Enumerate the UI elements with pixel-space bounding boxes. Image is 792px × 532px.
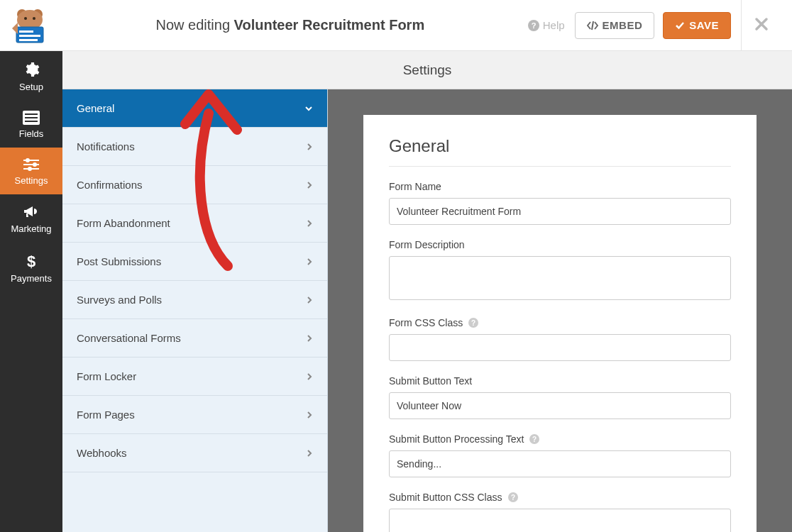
bullhorn-icon xyxy=(23,204,40,220)
sidebar-item-fields[interactable]: Fields xyxy=(0,101,62,148)
page-title: Now editing Volunteer Recruitment Form xyxy=(53,17,528,33)
settings-nav-confirmations[interactable]: Confirmations xyxy=(62,166,327,204)
label-submit-text: Submit Button Text xyxy=(389,375,731,387)
svg-rect-15 xyxy=(25,113,38,115)
chevron-right-icon xyxy=(306,143,313,151)
field-form-css-class: Form CSS Class ? xyxy=(389,317,731,361)
label-form-name: Form Name xyxy=(389,181,731,192)
save-button[interactable]: SAVE xyxy=(663,12,731,39)
svg-point-19 xyxy=(26,158,30,162)
close-button[interactable] xyxy=(754,17,769,34)
settings-nav-webhooks[interactable]: Webhooks xyxy=(62,434,327,472)
svg-text:?: ? xyxy=(471,319,475,327)
input-submit-processing[interactable] xyxy=(389,450,731,477)
sidebar-item-marketing[interactable]: Marketing xyxy=(0,194,62,243)
help-link[interactable]: ? Help xyxy=(528,19,565,31)
sidebar-item-setup[interactable]: Setup xyxy=(0,51,62,101)
settings-nav-conversational[interactable]: Conversational Forms xyxy=(62,319,327,358)
settings-nav-abandonment[interactable]: Form Abandonment xyxy=(62,204,327,243)
svg-point-23 xyxy=(28,167,32,171)
label-submit-processing: Submit Button Processing Text ? xyxy=(389,433,731,445)
settings-nav-label: Notifications xyxy=(77,140,135,153)
main-area: Settings General Notifications Confirmat… xyxy=(62,51,792,532)
gear-icon xyxy=(23,61,40,78)
code-icon xyxy=(587,21,598,31)
editing-prefix: Now editing xyxy=(156,17,234,33)
settings-nav-label: Form Pages xyxy=(77,409,135,421)
svg-text:$: $ xyxy=(27,253,35,270)
svg-text:?: ? xyxy=(532,436,537,443)
help-tooltip-icon[interactable]: ? xyxy=(529,434,539,444)
settings-nav-label: General xyxy=(77,102,114,114)
field-submit-processing: Submit Button Processing Text ? xyxy=(389,433,731,477)
label-form-css-class: Form CSS Class ? xyxy=(389,317,731,328)
settings-nav-general[interactable]: General xyxy=(62,89,327,128)
list-icon xyxy=(23,111,40,125)
field-form-description: Form Description xyxy=(389,239,731,303)
svg-rect-7 xyxy=(19,35,40,37)
sidebar-label-payments: Payments xyxy=(11,273,52,284)
chevron-right-icon xyxy=(306,181,313,189)
input-form-description[interactable] xyxy=(389,256,731,300)
label-text: Submit Button Processing Text xyxy=(389,433,524,445)
topbar: Now editing Volunteer Recruitment Form ?… xyxy=(0,0,792,51)
dollar-icon: $ xyxy=(26,253,37,270)
help-icon: ? xyxy=(528,20,539,31)
sidebar-label-settings: Settings xyxy=(15,175,48,186)
chevron-right-icon xyxy=(306,411,313,419)
label-form-description: Form Description xyxy=(389,239,731,250)
svg-line-11 xyxy=(592,21,593,30)
field-submit-css-class: Submit Button CSS Class ? xyxy=(389,492,731,532)
sidebar-item-settings[interactable]: Settings xyxy=(0,148,62,194)
close-wrap xyxy=(741,0,781,51)
svg-point-3 xyxy=(24,17,27,20)
settings-nav-notifications[interactable]: Notifications xyxy=(62,128,327,166)
close-icon xyxy=(754,17,769,31)
settings-nav-surveys[interactable]: Surveys and Polls xyxy=(62,281,327,319)
svg-text:?: ? xyxy=(510,494,515,501)
sidebar-label-setup: Setup xyxy=(19,82,43,92)
chevron-right-icon xyxy=(306,219,313,228)
sliders-icon xyxy=(22,157,40,172)
chevron-right-icon xyxy=(306,334,313,343)
svg-point-4 xyxy=(33,17,35,20)
help-tooltip-icon[interactable]: ? xyxy=(468,318,478,328)
label-text: Form CSS Class xyxy=(389,317,463,328)
input-form-css-class[interactable] xyxy=(389,334,731,361)
workspace: Setup Fields Settings xyxy=(0,51,792,532)
main-header-label: Settings xyxy=(403,62,452,78)
general-card: General Form Name Form Description Form … xyxy=(363,115,757,532)
label-text: Submit Button CSS Class xyxy=(389,492,502,503)
svg-rect-6 xyxy=(19,31,33,33)
sidebar-item-payments[interactable]: $ Payments xyxy=(0,243,62,292)
primary-sidebar: Setup Fields Settings xyxy=(0,51,62,532)
label-submit-css-class: Submit Button CSS Class ? xyxy=(389,492,731,503)
chevron-right-icon xyxy=(306,296,313,304)
embed-button[interactable]: EMBED xyxy=(575,12,655,39)
svg-rect-17 xyxy=(25,121,38,122)
input-form-name[interactable] xyxy=(389,198,731,225)
settings-nav-label: Post Submissions xyxy=(77,255,161,267)
settings-nav-label: Conversational Forms xyxy=(77,332,181,344)
settings-nav-post-submissions[interactable]: Post Submissions xyxy=(62,243,327,281)
svg-text:?: ? xyxy=(531,21,536,30)
input-submit-text[interactable] xyxy=(389,392,731,419)
svg-rect-8 xyxy=(19,39,38,41)
chevron-right-icon xyxy=(306,372,313,381)
help-tooltip-icon[interactable]: ? xyxy=(508,492,518,502)
settings-nav-label: Surveys and Polls xyxy=(77,294,162,306)
settings-content: General Form Name Form Description Form … xyxy=(328,89,792,532)
settings-nav-locker[interactable]: Form Locker xyxy=(62,358,327,396)
help-label: Help xyxy=(543,19,565,31)
field-submit-text: Submit Button Text xyxy=(389,375,731,419)
settings-nav-pages[interactable]: Form Pages xyxy=(62,396,327,434)
svg-rect-16 xyxy=(25,117,38,118)
sidebar-label-fields: Fields xyxy=(19,128,44,139)
chevron-right-icon xyxy=(306,449,313,458)
form-name-title: Volunteer Recruitment Form xyxy=(234,17,425,33)
panel-title: General xyxy=(389,136,731,167)
input-submit-css-class[interactable] xyxy=(389,509,731,532)
svg-point-21 xyxy=(33,162,37,167)
settings-nav: General Notifications Confirmations Form… xyxy=(62,89,328,532)
settings-nav-label: Form Abandonment xyxy=(77,217,170,229)
